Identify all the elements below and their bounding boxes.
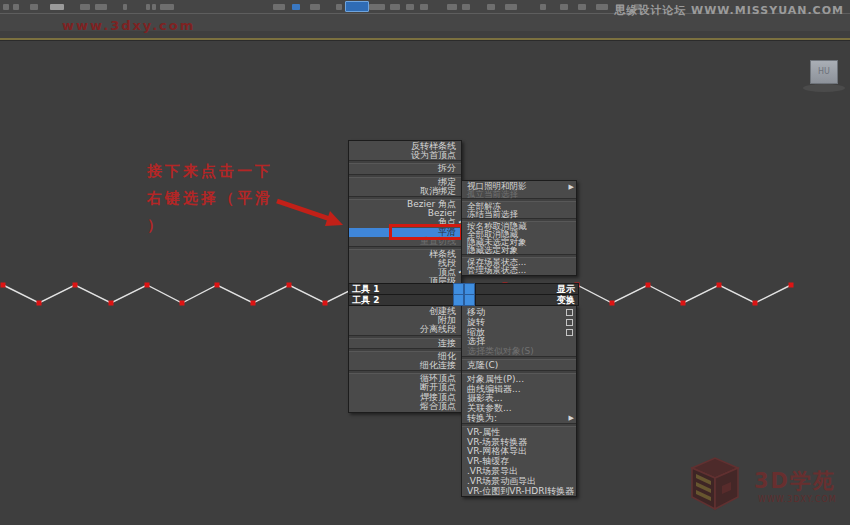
- toolbar-icon[interactable]: [540, 4, 546, 10]
- menu-item-label: .VR场景动画导出: [467, 476, 536, 486]
- menu-item-label: 隐藏选定对象: [467, 245, 518, 255]
- viewcube[interactable]: HU: [810, 60, 838, 84]
- spline-vertex[interactable]: [717, 283, 722, 288]
- toolbar-icon[interactable]: [462, 4, 470, 10]
- logo-cube-icon: [684, 455, 746, 515]
- quad-center-cell[interactable]: [464, 294, 475, 306]
- spline-vertex[interactable]: [215, 283, 220, 288]
- toolbar-icon[interactable]: [560, 4, 568, 10]
- menu-item[interactable]: 克隆(C): [462, 360, 576, 370]
- settings-box-icon[interactable]: [566, 309, 573, 316]
- menu-item[interactable]: VR-轴缓存: [462, 456, 576, 466]
- menu-item[interactable]: 熔合顶点: [349, 402, 461, 411]
- toolbar-icon[interactable]: [3, 4, 9, 10]
- quad-header-tools2[interactable]: 工具 2: [348, 294, 457, 306]
- menu-item[interactable]: 移动: [462, 307, 576, 317]
- menu-item[interactable]: 曲线编辑器...: [462, 384, 576, 394]
- toolbar-icon[interactable]: [369, 4, 385, 10]
- toolbar-icon[interactable]: [596, 4, 608, 10]
- spline-vertex[interactable]: [1, 283, 6, 288]
- toolbar-icon[interactable]: [310, 4, 320, 10]
- watermark-top-right: 思缘设计论坛 WWW.MISSYUAN.COM: [614, 3, 844, 18]
- toolbar-icon[interactable]: [578, 4, 586, 10]
- menu-item[interactable]: 冻结当前选择: [462, 210, 576, 218]
- menu-item[interactable]: 隐藏选定对象: [462, 246, 576, 254]
- annotation-line: 接下来点击一下: [147, 158, 273, 185]
- menu-item[interactable]: 缩放: [462, 327, 576, 337]
- menu-item[interactable]: 分离线段: [349, 325, 461, 334]
- spline-vertex[interactable]: [109, 301, 114, 306]
- toolbar-icon[interactable]: [80, 4, 90, 10]
- menu-item-label: VR-网格体导出: [467, 446, 527, 456]
- menu-item-label: 分离线段: [420, 324, 456, 334]
- toolbar-icon[interactable]: [406, 4, 414, 10]
- menu-item[interactable]: 对象属性(P)...: [462, 374, 576, 384]
- spline-vertex[interactable]: [323, 301, 328, 306]
- spline-vertex[interactable]: [251, 301, 256, 306]
- menu-item[interactable]: VR-网格体导出: [462, 446, 576, 456]
- menu-item-label: VR-属性: [467, 427, 500, 437]
- spline-vertex[interactable]: [180, 301, 185, 306]
- menu-item[interactable]: 拆分: [349, 164, 461, 173]
- spline-vertex[interactable]: [753, 301, 758, 306]
- quad-center-cell[interactable]: [453, 294, 464, 306]
- menu-item-label: 管理场景状态...: [467, 265, 526, 275]
- menu-item[interactable]: 连接: [349, 339, 461, 348]
- menu-item[interactable]: .VR场景动画导出: [462, 476, 576, 486]
- menu-item[interactable]: VR-属性: [462, 427, 576, 437]
- settings-box-icon[interactable]: [566, 319, 573, 326]
- menu-item[interactable]: 选择: [462, 336, 576, 346]
- menu-item[interactable]: 管理场景状态...: [462, 266, 576, 274]
- toolbar-icon[interactable]: [160, 4, 174, 10]
- toolbar-icon[interactable]: [487, 4, 495, 10]
- menu-item[interactable]: .VR场景导出: [462, 466, 576, 476]
- menu-item-label: 旋转: [467, 317, 485, 327]
- menu-item-label: 缩放: [467, 327, 485, 337]
- menu-item[interactable]: VR-场景转换器: [462, 437, 576, 447]
- viewport-screenshot: www.3dxy.com 思缘设计论坛 WWW.MISSYUAN.COM HU …: [0, 0, 850, 525]
- menu-item-label: 取消绑定: [420, 186, 456, 196]
- toolbar-icon[interactable]: [292, 4, 300, 10]
- menu-item[interactable]: VR-位图到VR-HDRI转换器: [462, 486, 576, 496]
- menu-item[interactable]: 摄影表...: [462, 393, 576, 403]
- spline-vertex[interactable]: [287, 283, 292, 288]
- toolbar-icon[interactable]: [95, 4, 107, 10]
- menu-item[interactable]: 细化连接: [349, 361, 461, 370]
- menu-item-label: 冻结当前选择: [467, 209, 518, 219]
- toolbar-icon[interactable]: [345, 1, 369, 12]
- viewport-top-divider: [0, 38, 850, 41]
- spline-vertex[interactable]: [789, 283, 794, 288]
- menu-item[interactable]: 旋转: [462, 317, 576, 327]
- spline-vertex[interactable]: [145, 283, 150, 288]
- toolbar-icon[interactable]: [447, 4, 457, 10]
- spline-vertex[interactable]: [610, 301, 615, 306]
- tutorial-highlight-box: [389, 224, 463, 240]
- toolbar-icon[interactable]: [273, 4, 285, 10]
- toolbar-icon[interactable]: [146, 4, 150, 10]
- menu-item-label: VR-轴缓存: [467, 456, 509, 466]
- spline-vertex[interactable]: [681, 301, 686, 306]
- settings-box-icon[interactable]: [566, 329, 573, 336]
- toolbar-icon[interactable]: [123, 4, 127, 10]
- menu-item[interactable]: 设为首顶点: [349, 151, 461, 160]
- menu-item[interactable]: 孤立当前选择: [462, 190, 576, 198]
- menu-item[interactable]: 转换为:▶: [462, 413, 576, 423]
- menu-item[interactable]: 关联参数...: [462, 403, 576, 413]
- menu-item[interactable]: 平滑: [349, 228, 461, 237]
- toolbar-icon[interactable]: [13, 4, 19, 10]
- toolbar-icon[interactable]: [390, 4, 400, 10]
- toolbar-icon[interactable]: [505, 4, 517, 10]
- toolbar-icon[interactable]: [420, 4, 428, 10]
- menu-item[interactable]: 取消绑定: [349, 187, 461, 196]
- spline-vertex[interactable]: [646, 283, 651, 288]
- toolbar-icon[interactable]: [152, 4, 156, 10]
- toolbar-icon[interactable]: [30, 4, 38, 10]
- quad-header-transform[interactable]: 变换: [475, 294, 579, 306]
- quad-menu-transform: 移动旋转缩放选择选择类似对象(S)克隆(C)对象属性(P)...曲线编辑器...…: [461, 305, 577, 497]
- toolbar-icon[interactable]: [336, 4, 342, 10]
- spline-vertex[interactable]: [73, 283, 78, 288]
- spline-vertex[interactable]: [37, 301, 42, 306]
- menu-item-label: 摄影表...: [467, 393, 503, 403]
- menu-item[interactable]: 选择类似对象(S): [462, 346, 576, 356]
- toolbar-icon[interactable]: [50, 4, 64, 10]
